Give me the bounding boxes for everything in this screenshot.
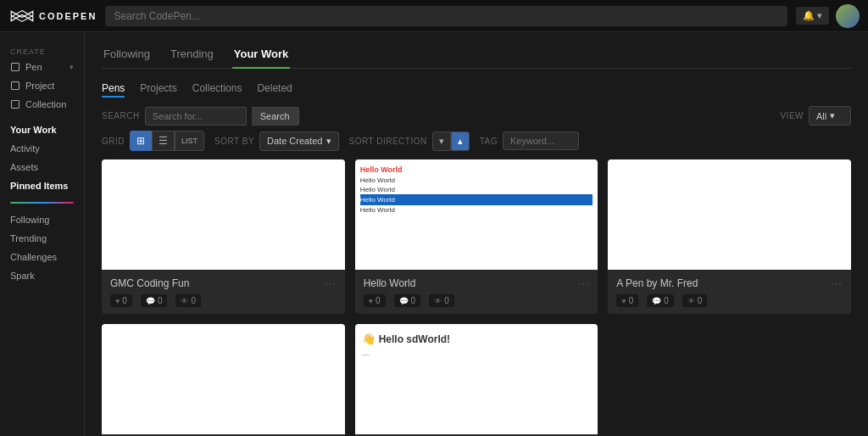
pen-preview-mrfred1 xyxy=(608,159,851,270)
pen-card-gmc-coding-fun[interactable]: GMC Coding Fun ··· ♥ 0 💬 0 👁 0 xyxy=(102,159,345,314)
sub-tab-collections[interactable]: Collections xyxy=(192,81,242,98)
pen-card-test[interactable]: Test ··· ♥ 0 💬 0 👁 0 xyxy=(102,324,345,436)
pen-stats-mrfred1: ♥ 0 💬 0 👁 0 xyxy=(608,294,851,314)
tab-trending[interactable]: Trending xyxy=(169,42,215,69)
pen-more-gmc[interactable]: ··· xyxy=(325,277,337,289)
topbar-right: 🔔 ▾ xyxy=(796,4,860,28)
sidebar-pen-label: Pen xyxy=(25,62,42,72)
sort-dir-label: SORT DIRECTION xyxy=(349,137,427,146)
sidebar-collection-label: Collection xyxy=(25,99,66,109)
pen-views-mrfred1: 👁 0 xyxy=(682,294,708,307)
svg-marker-1 xyxy=(11,11,33,21)
list-view-button[interactable]: ☰ xyxy=(152,131,175,151)
grid-group: GRID ⊞ ☰ LIST xyxy=(102,131,204,151)
comments-count-3: 0 xyxy=(664,296,669,305)
topbar: CODEPEN 🔔 ▾ xyxy=(0,0,868,32)
eye-icon-2: 👁 xyxy=(434,297,442,305)
pen-card-mr-fred-2[interactable]: 👋 Hello sdWorld! — A Pen by Mr. Fred ···… xyxy=(355,324,598,436)
sort-select[interactable]: Date Created ▾ xyxy=(259,131,338,151)
user-avatar[interactable] xyxy=(836,4,860,28)
tab-your-work[interactable]: Your Work xyxy=(232,42,291,69)
pen-stats-hello: ♥ 0 💬 0 👁 0 xyxy=(355,294,598,314)
notification-button[interactable]: 🔔 ▾ xyxy=(796,7,829,25)
pen-preview-hello: Hello World Hello World Hello World Hell… xyxy=(355,159,598,270)
pen-more-hello[interactable]: ··· xyxy=(577,277,589,289)
sidebar-item-following[interactable]: Following xyxy=(0,210,84,229)
project-icon xyxy=(10,81,20,91)
sub-tab-deleted[interactable]: Deleted xyxy=(257,81,292,98)
pen-views-hello: 👁 0 xyxy=(429,294,454,307)
hearts-count: 0 xyxy=(122,296,127,305)
sdworld-title: Hello sdWorld! xyxy=(379,333,450,345)
compact-list-button[interactable]: LIST xyxy=(175,131,204,151)
sort-asc-button[interactable]: ▴ xyxy=(451,131,470,151)
pen-views-gmc: 👁 0 xyxy=(175,294,201,307)
sidebar-item-project[interactable]: Project xyxy=(0,76,84,95)
sort-group: SORT BY Date Created ▾ xyxy=(214,131,338,151)
view-group: VIEW All ▾ xyxy=(780,106,851,126)
pen-stats-gmc: ♥ 0 💬 0 👁 0 xyxy=(102,294,345,314)
search-label: SEARCH xyxy=(102,111,140,120)
pen-grid: GMC Coding Fun ··· ♥ 0 💬 0 👁 0 xyxy=(102,159,851,436)
pen-card-hello-world[interactable]: Hello World Hello World Hello World Hell… xyxy=(355,159,598,314)
pen-title-mrfred1: A Pen by Mr. Fred xyxy=(616,277,698,289)
main-layout: CREATE Pen ▾ Project Collection Your Wor… xyxy=(0,32,868,436)
pen-preview-sdworld: 👋 Hello sdWorld! — xyxy=(355,324,598,434)
tab-following[interactable]: Following xyxy=(102,42,152,69)
view-label: VIEW xyxy=(780,111,804,120)
pen-info-gmc: GMC Coding Fun ··· xyxy=(102,270,345,294)
sort-direction-buttons: ▾ ▴ xyxy=(432,131,470,151)
sidebar-item-pen[interactable]: Pen ▾ xyxy=(0,58,84,76)
pen-hearts-hello: ♥ 0 xyxy=(364,294,386,307)
comment-icon-2: 💬 xyxy=(399,297,409,305)
toolbar-row2: GRID ⊞ ☰ LIST SORT BY Date Created ▾ SOR… xyxy=(102,131,851,151)
sidebar-item-challenges[interactable]: Challenges xyxy=(0,248,84,266)
sub-tab-projects[interactable]: Projects xyxy=(140,81,176,98)
comment-icon: 💬 xyxy=(146,297,155,305)
view-select[interactable]: All ▾ xyxy=(809,106,851,126)
pen-hearts-mrfred1: ♥ 0 xyxy=(616,294,638,307)
pen-more-mrfred1[interactable]: ··· xyxy=(831,277,843,289)
pen-preview-gmc xyxy=(102,159,345,270)
tag-label: TAG xyxy=(480,137,498,146)
sub-tab-pens[interactable]: Pens xyxy=(102,81,125,98)
sdworld-emoji: 👋 xyxy=(362,333,376,345)
heart-icon-3: ♥ xyxy=(621,297,626,305)
eye-icon-3: 👁 xyxy=(687,297,695,305)
collection-icon xyxy=(10,99,20,109)
sort-desc-button[interactable]: ▾ xyxy=(432,131,451,151)
hearts-count-2: 0 xyxy=(376,296,381,305)
codepen-logo[interactable]: CODEPEN xyxy=(8,8,97,24)
sidebar-item-spark[interactable]: Spark xyxy=(0,266,84,285)
sidebar-item-your-work[interactable]: Your Work xyxy=(0,120,84,139)
create-label: CREATE xyxy=(0,44,84,58)
views-count-2: 0 xyxy=(444,296,449,305)
hearts-count-3: 0 xyxy=(629,296,634,305)
search-button[interactable]: Search xyxy=(252,107,299,126)
view-chevron-icon: ▾ xyxy=(830,110,835,121)
pen-hearts-gmc: ♥ 0 xyxy=(110,294,132,307)
grid-label: GRID xyxy=(102,137,125,146)
bell-icon: 🔔 xyxy=(803,10,815,21)
sort-chevron-icon: ▾ xyxy=(326,136,331,147)
sidebar-item-pinned-items[interactable]: Pinned Items xyxy=(0,176,84,195)
tag-group: TAG xyxy=(480,131,579,150)
heart-icon: ♥ xyxy=(115,297,120,305)
pen-icon xyxy=(10,62,20,72)
sidebar-item-activity[interactable]: Activity xyxy=(0,139,84,158)
pen-card-mr-fred-1[interactable]: A Pen by Mr. Fred ··· ♥ 0 💬 0 👁 0 xyxy=(608,159,851,314)
global-search-input[interactable] xyxy=(105,6,787,26)
pen-search-input[interactable] xyxy=(145,107,247,126)
heart-icon-2: ♥ xyxy=(369,297,373,305)
pen-info-mrfred1: A Pen by Mr. Fred ··· xyxy=(608,270,851,294)
pen-comments-hello: 💬 0 xyxy=(394,294,421,307)
grid-view-buttons: ⊞ ☰ LIST xyxy=(130,131,204,151)
notification-chevron: ▾ xyxy=(817,10,822,21)
grid-view-button[interactable]: ⊞ xyxy=(130,131,152,151)
sidebar-item-trending[interactable]: Trending xyxy=(0,229,84,248)
tag-input[interactable] xyxy=(503,131,579,150)
sidebar-item-assets[interactable]: Assets xyxy=(0,158,84,176)
hello-title: Hello World xyxy=(360,165,593,176)
sidebar-item-collection[interactable]: Collection xyxy=(0,95,84,114)
sidebar: CREATE Pen ▾ Project Collection Your Wor… xyxy=(0,32,85,436)
